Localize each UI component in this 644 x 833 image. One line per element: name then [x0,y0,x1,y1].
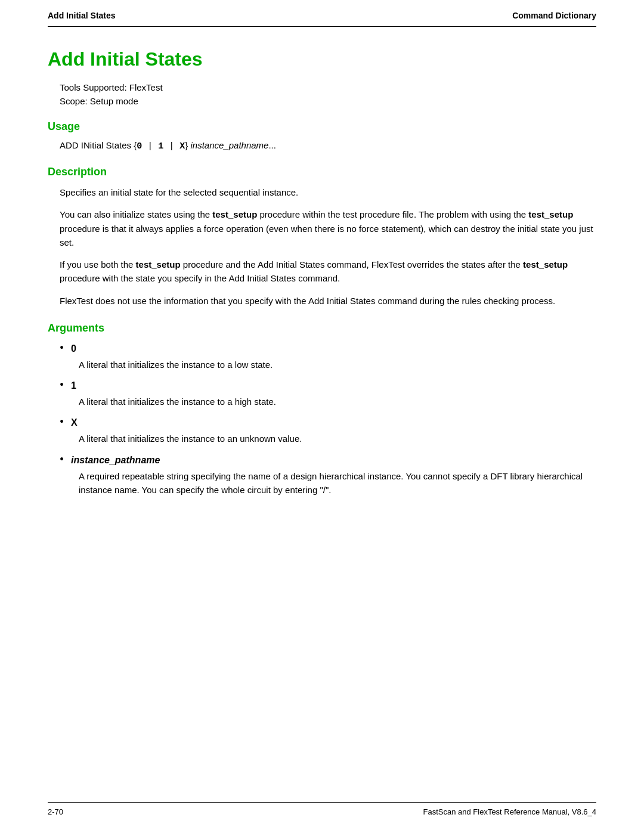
usage-line: ADD INitial States {0 | 1 | X} instance_… [60,140,596,151]
arg-desc-1: A literal that initializes the instance … [79,395,596,408]
arg-item-pathname: • instance_pathname A required repeatabl… [60,453,596,497]
header-left: Add Initial States [48,11,116,20]
header-right: Command Dictionary [512,11,596,20]
arg-bullet-row-x: • X [60,416,596,428]
usage-ellipsis: ... [268,140,276,150]
arg-desc-pathname: A required repeatable string specifying … [79,469,596,497]
arg-label-1: 1 [71,380,76,391]
arg-desc-0: A literal that initializes the instance … [79,358,596,371]
bullet-pathname: • [60,453,64,465]
arg-bullet-row-0: • 0 [60,342,596,354]
description-para-4: FlexTest does not use the information th… [60,294,596,308]
arg-label-x: X [71,417,78,428]
page-header: Add Initial States Command Dictionary [48,0,596,27]
bullet-x: • [60,416,64,428]
page-footer: 2-70 FastScan and FlexTest Reference Man… [48,802,596,816]
bullet-0: • [60,342,64,354]
arg-desc-x: A literal that initializes the instance … [79,432,596,445]
arg-bullet-row-pathname: • instance_pathname [60,453,596,466]
arg-item-0: • 0 A literal that initializes the insta… [60,342,596,371]
description-para-3: If you use both the test_setup procedure… [60,258,596,286]
subtitle-tools: Tools Supported: FlexTest [60,82,596,92]
section-description-header: Description [48,166,596,178]
page: Add Initial States Command Dictionary Ad… [0,0,644,833]
arguments-list: • 0 A literal that initializes the insta… [60,342,596,497]
arg-item-x: • X A literal that initializes the insta… [60,416,596,445]
section-arguments-header: Arguments [48,322,596,335]
arg-label-pathname: instance_pathname [71,455,160,466]
usage-options: 0 | 1 | X [137,141,185,151]
usage-italic: instance_pathname [190,140,268,150]
arg-label-0: 0 [71,343,76,354]
section-usage-header: Usage [48,120,596,133]
subtitle-scope: Scope: Setup mode [60,96,596,106]
footer-page-number: 2-70 [48,807,63,816]
page-title: Add Initial States [48,48,596,70]
footer-reference: FastScan and FlexTest Reference Manual, … [423,807,597,816]
arg-item-1: • 1 A literal that initializes the insta… [60,379,596,408]
bullet-1: • [60,379,64,391]
arg-bullet-row-1: • 1 [60,379,596,391]
usage-prefix: ADD INitial States { [60,140,137,150]
description-para-1: Specifies an initial state for the selec… [60,185,596,199]
description-para-2: You can also initialize states using the… [60,208,596,249]
